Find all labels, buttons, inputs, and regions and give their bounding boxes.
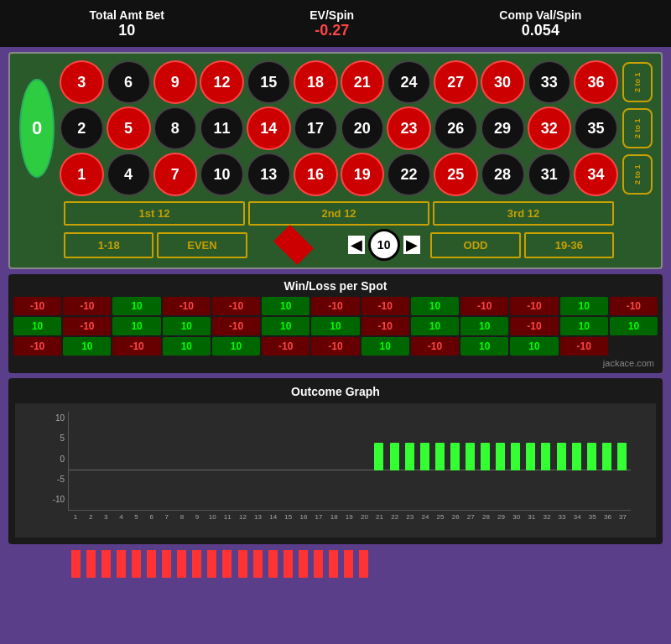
bar-30 (511, 443, 520, 470)
two-to-one-mid-btn[interactable]: 2 to 1 (622, 108, 653, 148)
wl-cell-0-0: -10 (13, 297, 61, 315)
two-to-one-mid[interactable]: 2 to 1 (621, 106, 654, 150)
wl-cell-2-0: -10 (13, 337, 61, 356)
y-label-10: 10 (55, 413, 65, 423)
x-label-22: 22 (389, 513, 400, 521)
x-label-27: 27 (466, 513, 476, 521)
chip-area: ◀ 10 ▶ (341, 229, 427, 261)
num-11[interactable]: 11 (200, 106, 244, 150)
x-label-16: 16 (298, 513, 309, 521)
wl-cell-1-10: -10 (510, 317, 558, 335)
num-2[interactable]: 2 (60, 106, 104, 150)
num-22[interactable]: 22 (387, 153, 431, 196)
two-to-one-bot[interactable]: 2 to 1 (621, 153, 654, 196)
num-5[interactable]: 5 (107, 106, 151, 150)
wl-cell-1-1: -10 (63, 317, 111, 335)
num-19[interactable]: 19 (341, 153, 385, 196)
x-label-18: 18 (329, 513, 340, 521)
bar-16 (299, 550, 308, 578)
chip-with-arrows: ◀ 10 ▶ (348, 229, 420, 261)
bar-10 (207, 550, 216, 578)
num-4[interactable]: 4 (107, 153, 151, 196)
num-10[interactable]: 10 (200, 153, 244, 196)
num-8[interactable]: 8 (153, 106, 198, 150)
wl-cell-0-11: 10 (560, 297, 608, 315)
wl-cell-0-3: -10 (163, 297, 211, 315)
winloss-section: Win/Loss per Spot -10-1010-10-1010-10-10… (8, 274, 663, 373)
wl-cell-2-7: 10 (362, 337, 409, 356)
x-label-36: 36 (602, 513, 613, 521)
num-13[interactable]: 13 (247, 153, 291, 196)
num-18[interactable]: 18 (294, 60, 338, 104)
num-21[interactable]: 21 (341, 60, 385, 104)
zero-cell[interactable]: 0 (17, 60, 57, 196)
num-15[interactable]: 15 (247, 60, 291, 104)
dozen-1st[interactable]: 1st 12 (64, 201, 245, 226)
bar-34 (572, 443, 581, 470)
num-35[interactable]: 35 (574, 106, 618, 150)
roulette-table: 0 3 6 9 12 15 18 21 24 27 30 33 36 2 to … (8, 52, 663, 269)
bet-odd[interactable]: ODD (430, 232, 520, 258)
bar-22 (390, 443, 399, 470)
num-16[interactable]: 16 (294, 153, 338, 196)
dozen-2nd[interactable]: 2nd 12 (248, 201, 429, 226)
wl-cell-2-9: 10 (460, 337, 508, 356)
bet-1-18[interactable]: 1-18 (64, 232, 153, 258)
bar-32 (541, 443, 550, 470)
num-7[interactable]: 7 (153, 153, 198, 196)
bet-red-diamond[interactable] (251, 233, 337, 257)
wl-cell-1-0: 10 (13, 317, 61, 335)
red-diamond-icon[interactable] (273, 225, 314, 265)
wl-cell-1-2: 10 (112, 317, 160, 335)
right-arrow-icon[interactable]: ▶ (403, 236, 420, 254)
bar-29 (496, 443, 505, 470)
wl-cell-2-11: -10 (560, 337, 608, 356)
num-34[interactable]: 34 (574, 153, 618, 196)
zero-oval[interactable]: 0 (19, 79, 55, 178)
x-label-30: 30 (511, 513, 522, 521)
two-to-one-top-btn[interactable]: 2 to 1 (622, 62, 653, 102)
num-25[interactable]: 25 (434, 153, 478, 196)
bar-37 (617, 443, 627, 470)
bar-6 (147, 550, 156, 578)
num-31[interactable]: 31 (528, 153, 572, 196)
comp-val-label: Comp Val/Spin (499, 8, 581, 22)
num-23[interactable]: 23 (387, 106, 431, 150)
chip-10[interactable]: 10 (368, 229, 400, 261)
num-12[interactable]: 12 (200, 60, 244, 104)
num-33[interactable]: 33 (528, 60, 572, 104)
num-17[interactable]: 17 (294, 106, 338, 150)
x-label-5: 5 (131, 513, 142, 521)
x-label-20: 20 (359, 513, 370, 521)
bar-1 (71, 550, 81, 578)
wl-cell-1-9: 10 (460, 317, 508, 335)
num-28[interactable]: 28 (481, 153, 525, 196)
num-20[interactable]: 20 (341, 106, 385, 150)
dozen-3rd[interactable]: 3rd 12 (433, 201, 614, 226)
num-6[interactable]: 6 (107, 60, 151, 104)
bar-27 (466, 443, 475, 470)
num-1[interactable]: 1 (60, 153, 104, 196)
num-3[interactable]: 3 (60, 60, 104, 104)
bar-11 (222, 550, 231, 578)
y-label-5: 5 (60, 434, 65, 443)
num-36[interactable]: 36 (574, 60, 618, 104)
num-14[interactable]: 14 (247, 106, 291, 150)
wl-cell-0-7: -10 (362, 297, 409, 315)
num-29[interactable]: 29 (481, 106, 525, 150)
bar-7 (162, 550, 171, 578)
left-arrow-icon[interactable]: ◀ (348, 236, 365, 254)
bet-even[interactable]: EVEN (157, 232, 247, 258)
x-label-17: 17 (314, 513, 325, 521)
num-30[interactable]: 30 (481, 60, 525, 104)
num-26[interactable]: 26 (434, 106, 478, 150)
bet-19-36[interactable]: 19-36 (524, 232, 614, 258)
wl-cell-1-8: 10 (411, 317, 459, 335)
two-to-one-top[interactable]: 2 to 1 (621, 60, 654, 104)
bar-26 (450, 443, 460, 470)
two-to-one-bot-btn[interactable]: 2 to 1 (622, 154, 653, 195)
num-24[interactable]: 24 (387, 60, 431, 104)
num-27[interactable]: 27 (434, 60, 478, 104)
num-9[interactable]: 9 (153, 60, 198, 104)
num-32[interactable]: 32 (528, 106, 572, 150)
